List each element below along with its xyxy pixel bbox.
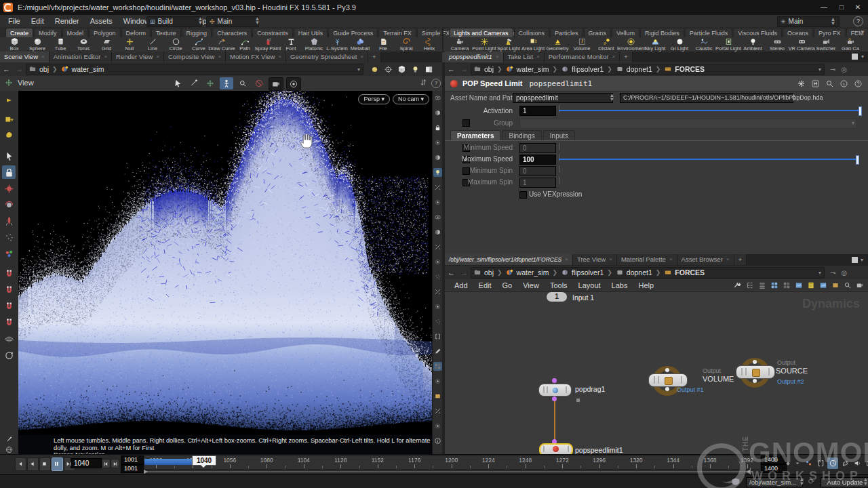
net-grid-icon[interactable] [783, 281, 791, 289]
volume-output-port[interactable] [665, 387, 669, 391]
point-display-icon[interactable] [433, 198, 442, 207]
options-arrow-icon[interactable] [793, 458, 802, 469]
pointer-icon[interactable] [2, 149, 16, 163]
left-shelf-tab-texture[interactable]: Texture [151, 28, 181, 38]
volume-input-port[interactable] [665, 368, 669, 372]
scene-pane-tab-2[interactable]: Animation Editor× [50, 52, 112, 62]
net-pane-maximize-icon[interactable] [852, 257, 858, 263]
activation-slider-handle[interactable] [859, 106, 862, 116]
left-shelf-tab-create[interactable]: Create [5, 28, 33, 38]
shelf-set-selector[interactable]: ⊞ Build [146, 16, 202, 27]
normal-display-icon[interactable] [433, 183, 442, 192]
brush-tool-icon[interactable] [3, 434, 15, 444]
scene-crumb-obj[interactable]: obj [26, 65, 51, 73]
ghost-objects-icon[interactable] [433, 108, 442, 117]
left-shelf-tab-polygon[interactable]: Polygon [89, 28, 121, 38]
right-shelf-tab-vellum[interactable]: Vellum [612, 28, 639, 38]
net-menu-help[interactable]: Help [633, 281, 659, 289]
view-camera[interactable] [269, 77, 283, 91]
params-radial-icon[interactable]: ◎ [841, 66, 847, 73]
node-info-icon[interactable] [840, 79, 848, 88]
net-pane-tab-close-icon[interactable]: × [726, 254, 730, 265]
param-pane-tab-close-icon[interactable]: × [496, 52, 499, 62]
net-image-icon[interactable] [795, 281, 803, 289]
left-shelf-tab-model[interactable]: Model [62, 28, 89, 38]
popdrag1-flag[interactable] [576, 399, 580, 402]
params-forward-icon[interactable]: → [458, 65, 471, 73]
asset-path-spinner[interactable]: ▲▼ [791, 94, 797, 102]
net-crumb-dopnet1[interactable]: dopnet1 [614, 268, 654, 277]
activation-slider[interactable] [559, 110, 860, 111]
spot-display-icon[interactable] [433, 138, 442, 147]
right-shelf-tab-rigid-bodies[interactable]: Rigid Bodies [640, 28, 684, 38]
pin-icon[interactable]: ⊸ [830, 66, 835, 73]
scene-pane-tab-3[interactable]: Render View× [112, 52, 164, 62]
net-radial-icon[interactable]: ◎ [841, 269, 847, 277]
right-shelf-tab-particle-fluids[interactable]: Particle Fluids [685, 28, 733, 38]
uv-overlay-icon[interactable] [433, 347, 442, 356]
snap-grid-icon[interactable] [2, 267, 16, 281]
image-plane-icon[interactable] [433, 407, 442, 415]
asset-path-field[interactable]: C:/PROGRA~1/SIDEEF~1/HOUDIN~1.581/houdin… [620, 93, 793, 103]
scene-pane-tab-close-icon[interactable]: × [218, 52, 221, 62]
net-pin-icon[interactable]: ⊸ [830, 269, 835, 277]
bracket-range-icon[interactable] [815, 458, 826, 469]
lock-camera-icon[interactable] [433, 123, 442, 132]
scene-pane-tab-1[interactable]: Scene View× [0, 52, 50, 62]
param-pane-tab-1[interactable]: popspeedlimit1× [445, 52, 504, 62]
net-pane-tab-4[interactable]: Asset Browser× [677, 254, 734, 265]
context-path-spinner[interactable]: ▲▼ [799, 478, 805, 486]
right-shelf-tab-pyro-fx[interactable]: Pyro FX [814, 28, 846, 38]
memory-icon[interactable] [731, 477, 741, 487]
net-crumb-flipsolver1[interactable]: flipsolver1 [559, 268, 606, 277]
update-mode-spinner[interactable]: ▲▼ [863, 478, 868, 486]
param-pane-tab-3[interactable]: Performance Monitor× [545, 52, 620, 62]
net-menu-layout[interactable]: Layout [573, 281, 606, 289]
net-snapshot-icon[interactable] [856, 281, 864, 289]
asset-name-spinner[interactable]: ▲▼ [609, 94, 615, 102]
vector-marker-icon[interactable] [433, 272, 442, 281]
loop-mode-icon[interactable] [840, 458, 850, 469]
follow-selection-icon[interactable] [384, 65, 393, 74]
param-ladder-0[interactable]: ▕ [555, 143, 559, 150]
info-display-icon[interactable] [433, 436, 442, 445]
menu-assets[interactable]: Assets [85, 15, 118, 27]
two-sided-icon[interactable] [433, 213, 442, 222]
select-tool[interactable] [171, 77, 184, 89]
rotate-icon[interactable] [2, 198, 16, 211]
scene-crumb-water_sim[interactable]: water_sim [59, 65, 106, 73]
pose-icon[interactable] [2, 214, 16, 228]
shelf-overflow-icon[interactable]: ▼ [860, 29, 865, 35]
render-disabled[interactable] [252, 77, 266, 89]
view-lock-icon[interactable] [2, 165, 16, 179]
net-note-icon[interactable] [807, 281, 815, 289]
params-crumb-obj[interactable]: obj [471, 65, 496, 73]
left-shelf-tab-modify[interactable]: Modify [34, 28, 62, 38]
source-input-port[interactable] [753, 360, 757, 364]
net-crumb-FORCES[interactable]: FORCES [662, 268, 707, 277]
close-button[interactable]: ✕ [849, 0, 867, 14]
right-shelf-tab-collisions[interactable]: Collisions [514, 28, 550, 38]
net-menu-tools[interactable]: Tools [545, 281, 573, 289]
snap-curve-icon[interactable] [2, 283, 16, 297]
param-tab-inputs[interactable]: Inputs [543, 130, 575, 141]
param-value-2[interactable]: 0 [519, 166, 556, 176]
pencil-active-icon[interactable] [433, 362, 442, 371]
net-breadcrumb[interactable]: obj❯water_sim❯flipsolver1❯dopnet1❯FORCES… [471, 267, 825, 279]
activation-ladder[interactable]: ▕ [555, 106, 559, 113]
source-output-port2[interactable] [753, 379, 757, 383]
net-pane-menu-icon[interactable]: ▾ [861, 257, 863, 263]
help-icon[interactable]: ? [853, 16, 863, 26]
back-icon[interactable]: ← [0, 65, 13, 73]
maximize-button[interactable]: □ [833, 0, 850, 14]
point-marker-icon[interactable] [433, 258, 442, 266]
real-time-toggle-icon[interactable] [827, 458, 838, 469]
range-end-field[interactable]: 1400 [761, 455, 787, 464]
view-menu-label[interactable]: View [18, 79, 34, 87]
menu-edit[interactable]: Edit [26, 15, 50, 27]
net-list-icon[interactable] [758, 281, 766, 289]
prev-keyframe-button[interactable] [102, 459, 111, 468]
scene-pane-tab-close-icon[interactable]: × [360, 52, 363, 62]
popdrag1-output-port[interactable] [552, 396, 557, 401]
scene-breadcrumb[interactable]: obj❯water_sim ▾ [26, 64, 363, 75]
